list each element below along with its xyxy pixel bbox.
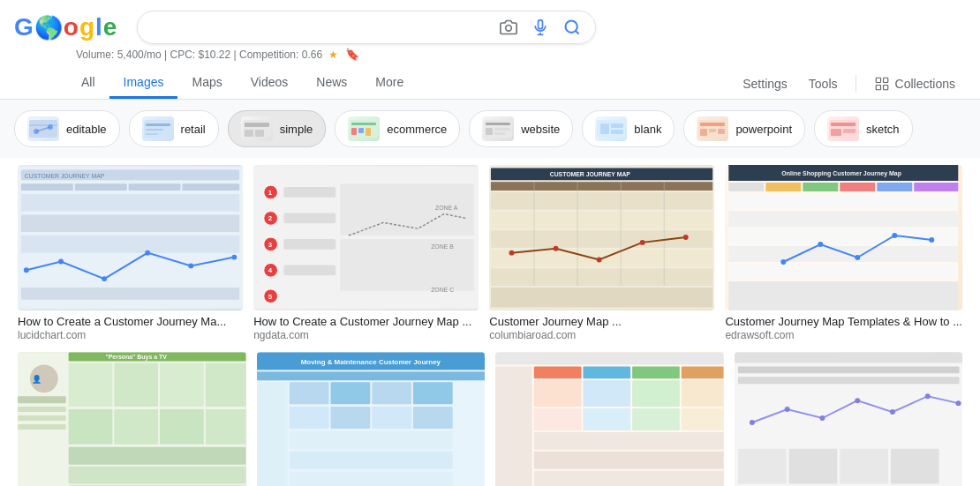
image-thumb-2: 1 2 3 4 5 ZONE A ZONE B ZONE C: [253, 165, 479, 310]
svg-rect-175: [534, 471, 724, 486]
svg-rect-189: [840, 449, 888, 484]
filter-pill-powerpoint[interactable]: powerpoint: [683, 110, 805, 147]
image-card-1[interactable]: CUSTOMER JOURNEY MAP How to Create a Cus…: [14, 161, 246, 345]
svg-rect-187: [737, 449, 786, 484]
filter-pill-website[interactable]: website: [469, 110, 573, 147]
image-card-6[interactable]: Moving & Maintenance Customer Journey: [253, 348, 489, 486]
card-title-1: How to Create a Customer Journey Ma...: [18, 315, 243, 328]
svg-rect-156: [289, 452, 452, 469]
filter-pill-sketch[interactable]: sketch: [814, 110, 913, 147]
svg-rect-115: [729, 264, 959, 280]
image-card-7[interactable]: [492, 348, 727, 486]
image-card-5[interactable]: 👤 "Persona" Buys a TV "Persona": [14, 348, 250, 486]
logo-o3: g: [79, 13, 94, 41]
svg-point-58: [102, 276, 107, 281]
svg-rect-167: [632, 380, 680, 407]
svg-point-56: [24, 267, 29, 273]
svg-rect-132: [114, 363, 158, 407]
nav-item-videos[interactable]: Videos: [237, 68, 303, 99]
voice-search-button[interactable]: [528, 17, 553, 38]
nav-item-tools[interactable]: Tools: [798, 70, 848, 98]
card-title-4: Customer Journey Map Templates & How to …: [725, 315, 962, 328]
svg-rect-31: [494, 128, 510, 131]
filter-pill-ecommerce[interactable]: ecommerce: [335, 110, 460, 147]
logo-e: e: [103, 13, 117, 41]
google-logo[interactable]: G 🌎 o g l e: [14, 13, 116, 41]
search-submit-button[interactable]: [560, 17, 584, 38]
svg-point-59: [145, 250, 150, 256]
svg-rect-20: [245, 123, 269, 127]
pill-thumb-sketch: [827, 116, 859, 141]
svg-rect-43: [831, 123, 856, 126]
filter-label-ecommerce: ecommerce: [387, 123, 447, 136]
svg-rect-113: [729, 228, 959, 244]
nav-item-news[interactable]: News: [302, 68, 361, 99]
svg-rect-49: [21, 183, 73, 191]
collections-icon: [874, 76, 890, 92]
svg-rect-106: [766, 183, 802, 191]
search-input[interactable]: customer journey map template: [148, 19, 489, 35]
image-card-2[interactable]: 1 2 3 4 5 ZONE A ZONE B ZONE C: [250, 161, 482, 345]
svg-rect-75: [283, 213, 335, 224]
nav-item-more[interactable]: More: [361, 68, 418, 99]
svg-point-185: [924, 393, 930, 399]
logo-g2: l: [95, 13, 102, 41]
svg-rect-18: [146, 133, 158, 135]
svg-text:Moving & Maintenance Customer : Moving & Maintenance Customer Journey: [300, 358, 441, 366]
svg-rect-109: [878, 183, 913, 191]
svg-point-118: [856, 255, 861, 260]
svg-point-99: [640, 240, 645, 245]
svg-rect-153: [372, 407, 411, 429]
collections-button[interactable]: Collections: [863, 71, 966, 97]
card-source-4: edrawsoft.com: [725, 329, 962, 341]
filter-pill-simple[interactable]: simple: [228, 110, 327, 147]
svg-rect-174: [534, 452, 724, 469]
svg-rect-166: [583, 380, 630, 407]
svg-rect-111: [729, 193, 959, 209]
svg-rect-50: [75, 183, 127, 191]
svg-text:ZONE C: ZONE C: [431, 287, 454, 293]
svg-point-98: [597, 258, 602, 263]
svg-text:Online Shopping Customer Journ: Online Shopping Customer Journey Map: [782, 170, 902, 177]
filter-label-website: website: [521, 123, 560, 136]
svg-rect-188: [788, 449, 837, 484]
pill-thumb-simple: [241, 116, 273, 141]
camera-search-button[interactable]: [496, 17, 521, 38]
svg-rect-32: [494, 132, 505, 135]
nav-bar: All Images Maps Videos News More Setting…: [0, 61, 980, 100]
svg-rect-146: [257, 382, 288, 486]
svg-rect-30: [486, 128, 493, 135]
svg-rect-170: [583, 408, 630, 430]
filter-pill-blank[interactable]: blank: [582, 110, 675, 147]
svg-rect-155: [289, 431, 452, 449]
svg-rect-79: [340, 239, 474, 291]
svg-rect-160: [495, 366, 532, 486]
nav-item-images[interactable]: Images: [109, 68, 178, 99]
filter-pill-retail[interactable]: retail: [129, 110, 219, 147]
svg-rect-159: [495, 352, 724, 364]
svg-rect-51: [129, 183, 181, 191]
filter-pill-editable[interactable]: editable: [14, 110, 120, 147]
svg-rect-53: [21, 194, 239, 212]
svg-rect-77: [283, 265, 335, 275]
nav-item-all[interactable]: All: [67, 68, 109, 99]
svg-rect-151: [289, 407, 328, 429]
svg-rect-178: [737, 366, 959, 373]
nav-item-maps[interactable]: Maps: [177, 68, 236, 99]
svg-rect-40: [709, 129, 716, 132]
svg-point-182: [819, 415, 825, 421]
svg-rect-112: [729, 211, 959, 227]
nav-item-settings[interactable]: Settings: [732, 70, 798, 98]
svg-text:ZONE B: ZONE B: [431, 243, 454, 250]
image-card-3[interactable]: CUSTOMER JOURNEY MAP Customer J: [486, 161, 718, 345]
svg-point-14: [48, 124, 53, 130]
search-bar: customer journey map template: [137, 11, 596, 44]
image-card-8[interactable]: [731, 348, 967, 486]
svg-rect-29: [486, 123, 510, 125]
svg-point-120: [930, 237, 935, 243]
svg-rect-140: [69, 467, 246, 484]
svg-rect-168: [682, 380, 724, 407]
svg-rect-126: [18, 407, 66, 412]
image-card-4[interactable]: Online Shopping Customer Journey Map: [721, 161, 966, 345]
image-thumb-4: Online Shopping Customer Journey Map: [725, 165, 962, 310]
